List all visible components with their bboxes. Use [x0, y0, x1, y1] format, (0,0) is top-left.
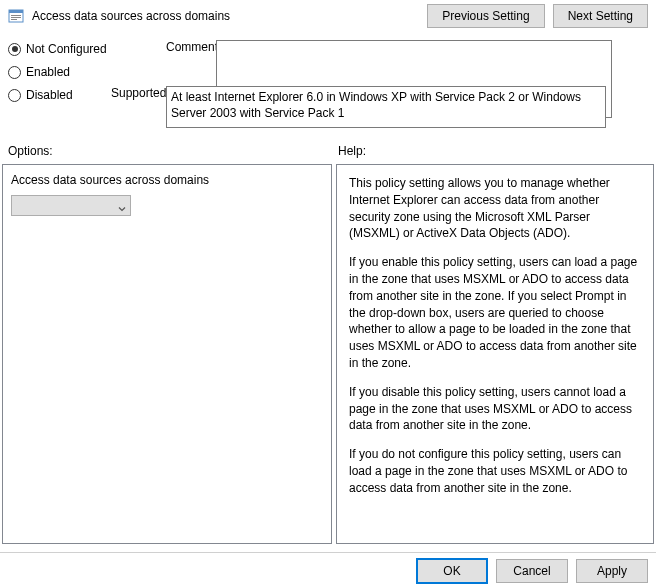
option-dropdown[interactable]	[11, 195, 131, 216]
help-header: Help:	[338, 144, 366, 158]
svg-rect-4	[11, 19, 17, 20]
panels: Access data sources across domains This …	[0, 164, 656, 544]
help-paragraph: If you do not configure this policy sett…	[349, 446, 641, 496]
page-title: Access data sources across domains	[32, 9, 230, 23]
svg-rect-1	[9, 10, 23, 13]
previous-setting-button[interactable]: Previous Setting	[427, 4, 544, 28]
radio-not-configured[interactable]: Not Configured	[8, 42, 158, 56]
supported-label: Supported on:	[111, 86, 161, 100]
help-paragraph: If you disable this policy setting, user…	[349, 384, 641, 434]
cancel-button[interactable]: Cancel	[496, 559, 568, 583]
options-panel: Access data sources across domains	[2, 164, 332, 544]
help-paragraph: If you enable this policy setting, users…	[349, 254, 641, 372]
radio-label: Enabled	[26, 65, 70, 79]
next-setting-button[interactable]: Next Setting	[553, 4, 648, 28]
footer-buttons: OK Cancel Apply	[0, 552, 656, 588]
radio-icon	[8, 66, 21, 79]
header-row: Access data sources across domains Previ…	[0, 0, 656, 32]
ok-button[interactable]: OK	[416, 558, 488, 584]
supported-text: At least Internet Explorer 6.0 in Window…	[166, 86, 606, 128]
supported-row: Supported on: At least Internet Explorer…	[0, 86, 656, 134]
radio-enabled[interactable]: Enabled	[8, 65, 158, 79]
options-header: Options:	[8, 144, 338, 158]
section-headers: Options: Help:	[0, 134, 656, 164]
nav-buttons: Previous Setting Next Setting	[427, 4, 648, 28]
apply-button[interactable]: Apply	[576, 559, 648, 583]
policy-icon	[8, 8, 24, 24]
svg-rect-3	[11, 17, 21, 18]
svg-rect-2	[11, 15, 21, 16]
radio-label: Not Configured	[26, 42, 107, 56]
option-setting-name: Access data sources across domains	[11, 173, 323, 187]
chevron-down-icon	[118, 202, 126, 210]
help-panel[interactable]: This policy setting allows you to manage…	[336, 164, 654, 544]
help-paragraph: This policy setting allows you to manage…	[349, 175, 641, 242]
radio-icon	[8, 43, 21, 56]
